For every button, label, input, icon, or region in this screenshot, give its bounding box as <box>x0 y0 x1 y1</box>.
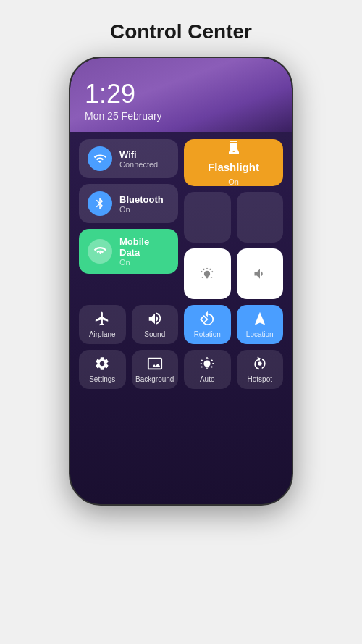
bt-sub: On <box>119 205 164 214</box>
airplane-label: Airplane <box>89 330 116 338</box>
mobile-sub: On <box>119 258 169 267</box>
bluetooth-tile[interactable]: Bluetooth On <box>79 184 178 223</box>
airplane-tile[interactable]: Airplane <box>79 305 126 344</box>
sound-tile[interactable]: Sound <box>132 305 179 344</box>
wifi-tile[interactable]: Wifi Connected <box>79 139 178 178</box>
sound-label: Sound <box>144 330 165 338</box>
wifi-label: Wifi Connected <box>119 149 158 169</box>
background-label: Background <box>135 375 174 383</box>
wifi-name: Wifi <box>119 149 158 160</box>
small-dark-row <box>184 192 283 243</box>
hotspot-tile[interactable]: Hotspot <box>237 350 284 389</box>
brightness-tile[interactable] <box>184 248 231 299</box>
mobile-icon-circle <box>88 239 112 264</box>
flashlight-tile[interactable]: Flashlight On <box>184 139 283 186</box>
date-display: Mon 25 February <box>85 110 277 122</box>
dark-tile-1[interactable] <box>184 192 231 243</box>
mobile-name: Mobile Data <box>119 236 169 258</box>
right-column: Flashlight On <box>184 139 283 299</box>
time-display: 1:29 <box>85 81 277 107</box>
volume-tile[interactable] <box>237 248 284 299</box>
auto-label: Auto <box>200 375 215 383</box>
flashlight-name: Flashlight <box>208 161 259 173</box>
top-area: 1:29 Mon 25 February <box>70 58 292 132</box>
wifi-icon-circle <box>88 146 112 171</box>
rotation-label: Rotation <box>194 330 221 338</box>
background-tile[interactable]: Background <box>132 350 179 389</box>
mobile-tile[interactable]: Mobile Data On <box>79 229 178 274</box>
phone-frame: 1:29 Mon 25 February <box>69 57 293 506</box>
page-title: Control Center <box>110 20 252 43</box>
mobile-label: Mobile Data On <box>119 236 169 267</box>
bottom-row-1: Airplane Sound Rotation <box>79 305 283 344</box>
bt-label: Bluetooth On <box>119 194 164 214</box>
settings-label: Settings <box>89 375 115 383</box>
phone-screen: 1:29 Mon 25 February <box>70 58 292 504</box>
dark-tile-2[interactable] <box>237 192 284 243</box>
rotation-tile[interactable]: Rotation <box>184 305 231 344</box>
bt-name: Bluetooth <box>119 194 164 205</box>
auto-tile[interactable]: Auto <box>184 350 231 389</box>
bottom-row-2: Settings Background Auto <box>79 350 283 389</box>
flashlight-sub: On <box>228 177 239 186</box>
location-label: Location <box>246 330 274 338</box>
wifi-sub: Connected <box>119 160 158 169</box>
location-tile[interactable]: Location <box>237 305 284 344</box>
settings-tile[interactable]: Settings <box>79 350 126 389</box>
hotspot-label: Hotspot <box>248 375 272 383</box>
left-column: Wifi Connected Bluetooth <box>79 139 178 299</box>
bluetooth-icon-circle <box>88 191 112 216</box>
controls-area: Wifi Connected Bluetooth <box>70 132 292 504</box>
white-tiles-row <box>184 248 283 299</box>
top-row: Wifi Connected Bluetooth <box>79 139 283 299</box>
